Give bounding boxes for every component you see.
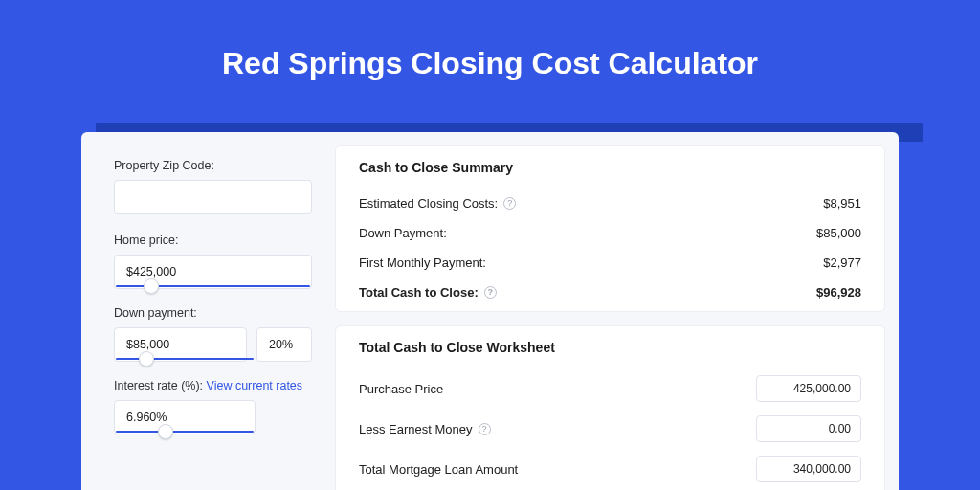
down-payment-label: Down payment: (114, 306, 312, 320)
down-payment-field-group: Down payment: (114, 306, 312, 360)
worksheet-heading: Total Cash to Close Worksheet (359, 340, 861, 355)
interest-label-text: Interest rate (%): (114, 379, 207, 392)
form-column: Property Zip Code: Home price: Down paym… (81, 132, 335, 490)
down-payment-slider[interactable] (114, 358, 256, 360)
worksheet-row-input[interactable] (756, 415, 861, 442)
calculator-card: Property Zip Code: Home price: Down paym… (81, 132, 899, 490)
view-rates-link[interactable]: View current rates (207, 379, 303, 392)
summary-row-label-text: Down Payment: (359, 226, 447, 240)
slider-thumb[interactable] (139, 351, 154, 367)
worksheet-row-input[interactable] (756, 456, 861, 482)
worksheet-row-label: Total Mortgage Loan Amount (359, 462, 518, 477)
slider-thumb[interactable] (158, 424, 173, 439)
summary-row-label: First Monthly Payment: (359, 256, 486, 270)
worksheet-rows: Purchase PriceLess Earnest Money?Total M… (359, 368, 861, 490)
summary-rows: Estimated Closing Costs:?$8,951Down Paym… (359, 189, 861, 307)
worksheet-row: Total Mortgage Loan Amount (359, 449, 861, 489)
summary-row-label: Total Cash to Close:? (359, 285, 497, 300)
summary-row-value: $2,977 (823, 256, 861, 270)
worksheet-row-label: Less Earnest Money? (359, 422, 491, 436)
home-price-label: Home price: (114, 234, 312, 247)
zip-label: Property Zip Code: (114, 159, 312, 172)
summary-row-label: Estimated Closing Costs:? (359, 196, 516, 211)
summary-row-value: $96,928 (816, 285, 861, 300)
zip-field-group: Property Zip Code: (114, 159, 312, 214)
summary-row-label-text: First Monthly Payment: (359, 256, 486, 270)
down-payment-pct-input[interactable] (256, 327, 312, 362)
summary-panel: Cash to Close Summary Estimated Closing … (335, 145, 885, 312)
worksheet-row: Purchase Price (359, 368, 861, 409)
summary-row-label: Down Payment: (359, 226, 447, 240)
worksheet-row-label-text: Less Earnest Money (359, 422, 473, 436)
interest-slider[interactable] (114, 431, 256, 433)
home-price-slider[interactable] (114, 285, 312, 287)
home-price-field-group: Home price: (114, 234, 312, 287)
worksheet-row: Less Earnest Money? (359, 409, 861, 449)
zip-input[interactable] (114, 180, 312, 214)
summary-heading: Cash to Close Summary (359, 160, 861, 175)
worksheet-row-input[interactable] (756, 375, 861, 402)
summary-row: Down Payment:$85,000 (359, 218, 861, 248)
worksheet-row-label-text: Total Mortgage Loan Amount (359, 462, 518, 477)
help-icon[interactable]: ? (503, 197, 516, 210)
results-column: Cash to Close Summary Estimated Closing … (335, 132, 899, 490)
help-icon[interactable]: ? (484, 286, 497, 299)
summary-row-label-text: Total Cash to Close: (359, 285, 479, 300)
summary-row-label-text: Estimated Closing Costs: (359, 196, 498, 211)
worksheet-row-label-text: Purchase Price (359, 382, 443, 396)
summary-row: First Monthly Payment:$2,977 (359, 248, 861, 278)
down-payment-input[interactable] (114, 327, 247, 362)
interest-label: Interest rate (%): View current rates (114, 379, 312, 392)
slider-thumb[interactable] (144, 278, 159, 294)
interest-field-group: Interest rate (%): View current rates (114, 379, 312, 433)
worksheet-row-label: Purchase Price (359, 382, 443, 396)
summary-row-value: $8,951 (823, 196, 861, 211)
worksheet-panel: Total Cash to Close Worksheet Purchase P… (335, 325, 885, 490)
interest-input[interactable] (114, 400, 256, 434)
summary-row: Estimated Closing Costs:?$8,951 (359, 189, 861, 218)
page-title: Red Springs Closing Cost Calculator (0, 0, 980, 110)
help-icon[interactable]: ? (479, 423, 491, 435)
summary-row-value: $85,000 (816, 226, 861, 240)
summary-row: Total Cash to Close:?$96,928 (359, 278, 861, 307)
